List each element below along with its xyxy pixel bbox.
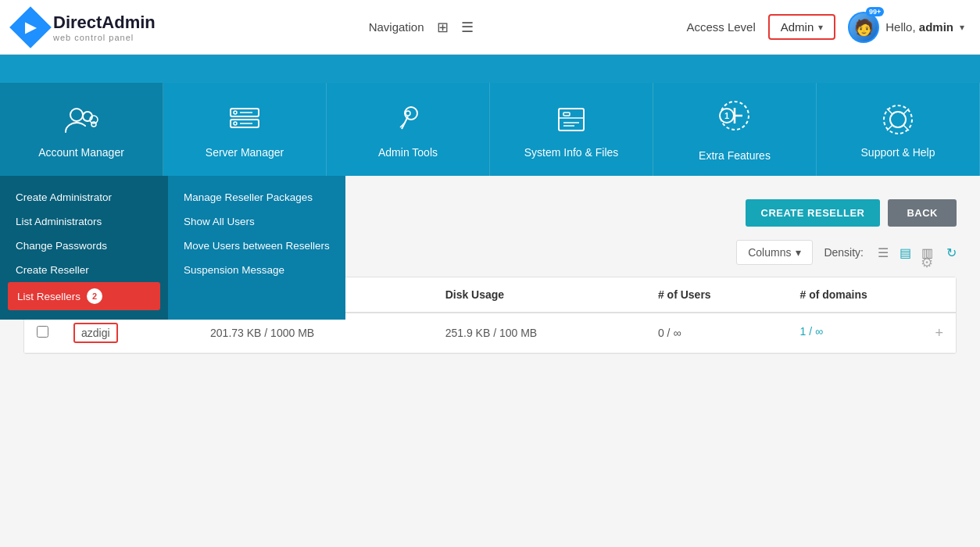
create-reseller-button[interactable]: CREATE RESELLER [746,199,881,227]
svg-point-6 [234,111,237,114]
avatar: 🧑 99+ [848,12,879,43]
svg-line-25 [903,125,909,130]
svg-line-24 [887,125,892,130]
menu-item-move-users-between-resellers[interactable]: Move Users between Resellers [168,234,345,258]
account-manager-dropdown: Create Administrator List Administrators… [0,176,345,320]
user-dropdown-arrow[interactable]: ▾ [960,22,964,33]
user-area[interactable]: 🧑 99+ Hello, admin ▾ [848,12,964,43]
admin-label: Admin [781,20,814,34]
support-help-icon [879,101,917,138]
row-disk-usage-cell: 251.9 KB / 100 MB [433,313,646,353]
admin-tools-label: Admin Tools [378,146,438,159]
header-center: Navigation ⊞ ☰ [369,19,474,36]
nav-item-server-manager[interactable]: Server Manager [163,83,327,176]
header-right: Access Level Admin ▾ 🧑 99+ Hello, admin … [686,12,964,43]
header-actions: CREATE RESELLER BACK [746,199,957,227]
svg-point-0 [70,109,83,121]
refresh-icon[interactable]: ↻ [946,245,957,260]
svg-line-22 [887,109,892,114]
grid-view-icon[interactable]: ⊞ [437,19,449,36]
density-compact-icon[interactable]: ☰ [874,244,892,261]
th-num-domains: # of domains [787,277,956,313]
system-info-icon [553,101,590,138]
nav-item-account-manager[interactable]: Account Manager [0,83,163,176]
dropdown-col-1: Create Administrator List Administrators… [0,176,168,320]
logo-title: DirectAdmin [53,13,156,33]
density-label: Density: [824,246,864,259]
svg-rect-14 [563,113,570,116]
reseller-name-link[interactable]: azdigi [73,323,118,343]
back-button[interactable]: BACK [888,199,957,227]
menu-item-create-reseller[interactable]: Create Reseller [0,258,168,282]
main-nav: Account Manager Server Manager Admin Too… [0,83,980,176]
menu-item-list-administrators[interactable]: List Administrators [0,209,168,234]
admin-name: admin [919,20,953,34]
dropdown-col-2: Manage Reseller Packages Show All Users … [168,176,345,320]
columns-dropdown[interactable]: Columns ▾ [736,240,813,265]
columns-chevron-icon: ▾ [796,246,801,259]
list-resellers-badge: 2 [87,288,102,304]
access-level-label: Access Level [686,20,755,34]
svg-rect-12 [559,109,584,130]
nav-item-support-help[interactable]: Support & Help [817,83,980,176]
menu-item-manage-reseller-packages[interactable]: Manage Reseller Packages [168,185,345,209]
server-manager-label: Server Manager [206,146,284,159]
nav-item-extra-features[interactable]: 1 Extra Features [653,83,817,176]
menu-item-suspension-message[interactable]: Suspension Message [168,258,345,282]
logo-diamond: ▶ [9,6,52,48]
chevron-down-icon: ▾ [818,22,823,33]
svg-line-23 [903,109,909,114]
account-manager-label: Account Manager [38,146,124,159]
admin-dropdown[interactable]: Admin ▾ [768,14,836,40]
nav-item-admin-tools[interactable]: Admin Tools [327,83,490,176]
list-view-icon[interactable]: ☰ [461,19,474,36]
extra-features-icon-container: 1 [716,97,753,141]
system-info-label: System Info & Files [524,146,619,159]
header: ▶ DirectAdmin web control panel Navigati… [0,0,980,55]
nav-notification-bar: 1 [0,55,980,83]
notification-badge: 99+ [866,7,884,16]
extra-features-badge: 1 [719,108,735,123]
avatar-image: 🧑 [849,13,878,41]
logo-icon: ▶ [25,19,36,36]
row-checkbox[interactable] [37,326,48,338]
hello-text: Hello, admin [885,20,953,34]
server-manager-icon [226,101,263,138]
add-icon[interactable]: + [935,325,943,341]
navigation-label: Navigation [369,20,424,34]
menu-item-show-all-users[interactable]: Show All Users [168,209,345,234]
logo-subtitle: web control panel [53,33,156,42]
menu-item-create-administrator[interactable]: Create Administrator [0,185,168,209]
nav-item-system-info[interactable]: System Info & Files [490,83,653,176]
support-help-label: Support & Help [861,146,935,159]
menu-item-list-resellers[interactable]: List Resellers 2 [8,282,160,310]
logo-area: ▶ DirectAdmin web control panel [16,13,156,42]
num-domains-link[interactable]: 1 / ∞ [799,325,822,338]
extra-features-label: Extra Features [699,149,771,162]
density-medium-icon[interactable]: ▤ [896,244,914,261]
admin-tools-icon [389,101,427,138]
menu-item-change-passwords[interactable]: Change Passwords [0,234,168,258]
logo-text: DirectAdmin web control panel [53,13,156,42]
svg-point-11 [406,111,410,116]
row-num-domains-cell: 1 / ∞ + [787,313,956,353]
svg-point-3 [91,122,96,127]
settings-gear-icon[interactable]: ⚙ [921,254,933,271]
th-num-users: # of Users [646,277,788,313]
svg-point-7 [234,122,237,125]
th-disk-usage: Disk Usage [433,277,646,313]
account-manager-icon [63,101,100,138]
row-num-users-cell: 0 / ∞ [646,313,788,353]
